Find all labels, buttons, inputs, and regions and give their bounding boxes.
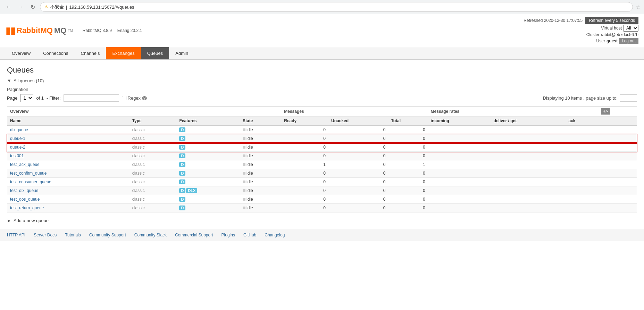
queue-name-link[interactable]: test_return_queue: [10, 206, 44, 210]
regex-text: Regex: [128, 95, 141, 101]
nav-overview[interactable]: Overview: [6, 47, 37, 59]
regex-help-icon[interactable]: ?: [142, 96, 147, 100]
footer-commercial-support[interactable]: Commercial Support: [175, 233, 213, 237]
nav-exchanges[interactable]: Exchanges: [106, 47, 141, 59]
address-text: 192.168.59.131:15672/#/queues: [69, 5, 134, 10]
nav-connections[interactable]: Connections: [37, 47, 74, 59]
footer-tutorials[interactable]: Tutorials: [65, 233, 81, 237]
virtual-host-label: Virtual host: [601, 26, 622, 31]
table-row[interactable]: test_dlx_queueclassicDDLXidle000: [7, 186, 637, 195]
nav-queues[interactable]: Queues: [141, 47, 169, 59]
table-row[interactable]: test_return_queueclassicDidle000: [7, 204, 637, 212]
logout-button[interactable]: Log out: [619, 38, 638, 44]
erlang-version: Erlang 23.2.1: [117, 28, 142, 33]
content: Queues ▼ All queues (10) Pagination Page…: [0, 60, 644, 229]
queue-name-link[interactable]: test_ack_queue: [10, 162, 40, 167]
nav-channels[interactable]: Channels: [74, 47, 106, 59]
d-badge: D: [179, 127, 185, 132]
refresh-button[interactable]: Refresh every 5 seconds: [585, 17, 638, 24]
col-state: State: [240, 117, 281, 126]
displaying-text: Displaying 10 items , page size up to:: [543, 95, 618, 101]
queue-name-link[interactable]: queue-2: [10, 145, 25, 150]
topbar-right: Refreshed 2020-12-30 17:07:55 Refresh ev…: [524, 17, 638, 44]
queue-name-link[interactable]: test001: [10, 153, 24, 158]
col-name: Name: [7, 117, 129, 126]
virtual-host-select[interactable]: All: [623, 25, 638, 32]
add-queue-expand[interactable]: ► Add a new queue: [7, 218, 637, 223]
cluster-row: Cluster rabbit@eb7dac567b: [586, 32, 638, 37]
bookmark-button[interactable]: ☆: [636, 4, 641, 10]
queue-name-link[interactable]: dlx.queue: [10, 127, 28, 132]
group-header-row: Overview Messages Message rates +/-: [7, 107, 637, 117]
regex-checkbox[interactable]: [122, 96, 126, 100]
state-dot-icon: [243, 163, 245, 166]
expand-icon: ►: [7, 218, 11, 223]
footer-changelog[interactable]: Changelog: [265, 233, 285, 237]
pagination-label: Pagination: [7, 87, 28, 92]
queue-table-container: Overview Messages Message rates +/- Name…: [7, 106, 637, 212]
footer-community-slack[interactable]: Community Slack: [134, 233, 167, 237]
user-row: User guest Log out: [596, 38, 638, 44]
d-badge: D: [179, 179, 185, 184]
queue-name-link[interactable]: test_consumer_queue: [10, 179, 51, 184]
footer-community-support[interactable]: Community Support: [89, 233, 126, 237]
regex-label[interactable]: Regex ?: [122, 95, 147, 101]
plus-minus-button[interactable]: +/-: [601, 108, 610, 115]
table-row[interactable]: test001classicDidle000: [7, 152, 637, 160]
nav-admin[interactable]: Admin: [169, 47, 194, 59]
cluster-label: Cluster: [586, 32, 600, 37]
plus-minus-cell[interactable]: +/-: [598, 107, 637, 117]
state-dot-icon: [243, 154, 245, 157]
table-row[interactable]: test_confirm_queueclassicDidle000: [7, 169, 637, 178]
brand-tm: TM: [68, 29, 73, 33]
queue-name-link[interactable]: queue-1: [10, 136, 25, 141]
logo: ▮▮ RabbitMQMQTM: [6, 25, 73, 36]
reload-button[interactable]: ↻: [28, 3, 37, 11]
queue-name-link[interactable]: test_qos_queue: [10, 197, 40, 202]
queue-name-link[interactable]: test_confirm_queue: [10, 171, 47, 176]
footer: HTTP API Server Docs Tutorials Community…: [0, 229, 644, 241]
queue-name-link[interactable]: test_dlx_queue: [10, 188, 38, 193]
table-row[interactable]: queue-1classicDidle000: [7, 134, 637, 143]
d-badge: D: [179, 136, 185, 141]
footer-server-docs[interactable]: Server Docs: [34, 233, 57, 237]
page-title: Queues: [7, 66, 637, 75]
col-unacked: Unacked: [328, 117, 388, 126]
table-row[interactable]: test_ack_queueclassicDidle101: [7, 160, 637, 169]
footer-github[interactable]: GitHub: [243, 233, 256, 237]
page-label: Page: [7, 95, 17, 101]
rabbitmq-version: RabbitMQ 3.8.9: [83, 28, 112, 33]
state-dot-icon: [243, 207, 245, 209]
page-size-input[interactable]: 10: [620, 94, 637, 102]
state-dot-icon: [243, 128, 245, 131]
separator: |: [66, 5, 67, 10]
footer-plugins[interactable]: Plugins: [221, 233, 235, 237]
d-badge: D: [179, 162, 185, 167]
queue-tbody: dlx.queueclassicDidle000queue-1classicDi…: [7, 125, 637, 212]
back-button[interactable]: ←: [3, 3, 13, 11]
table-row[interactable]: test_qos_queueclassicDidle000: [7, 195, 637, 204]
table-row[interactable]: test_consumer_queueclassicDidle000: [7, 178, 637, 186]
forward-button[interactable]: →: [16, 3, 26, 11]
d-badge: D: [179, 188, 185, 193]
filter-label: - Filter:: [47, 95, 60, 101]
virtual-host-row: Virtual host All: [601, 25, 638, 32]
message-rates-group-header: Message rates: [428, 107, 599, 117]
address-bar[interactable]: ⚠ 不安全 | 192.168.59.131:15672/#/queues: [40, 2, 633, 12]
d-badge: D: [179, 206, 185, 210]
all-queues-header[interactable]: ▼ All queues (10): [7, 78, 637, 83]
footer-http-api[interactable]: HTTP API: [7, 233, 25, 237]
state-dot-icon: [243, 137, 245, 140]
version-info: RabbitMQ 3.8.9 Erlang 23.2.1: [83, 28, 142, 33]
rabbit-icon: ▮▮: [6, 25, 15, 36]
col-ready: Ready: [281, 117, 328, 126]
all-queues-label: All queues (10): [14, 78, 44, 83]
filter-input[interactable]: [64, 94, 119, 102]
d-badge: D: [179, 145, 185, 150]
security-icon: ⚠: [44, 5, 48, 9]
table-row[interactable]: queue-2classicDidle000: [7, 143, 637, 152]
col-deliver-get: deliver / get: [491, 117, 566, 126]
table-row[interactable]: dlx.queueclassicDidle000: [7, 125, 637, 134]
page-select[interactable]: 1: [20, 94, 33, 102]
state-dot-icon: [243, 189, 245, 192]
